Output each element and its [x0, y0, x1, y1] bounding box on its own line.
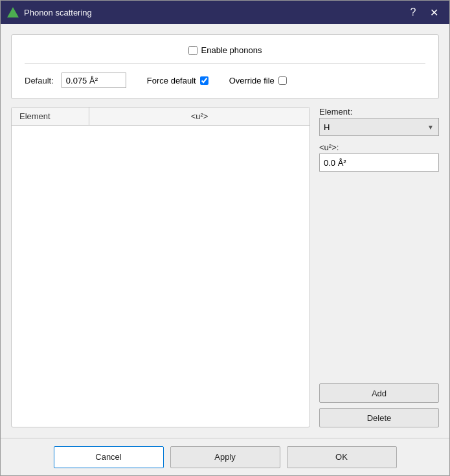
delete-button[interactable]: Delete	[319, 408, 439, 427]
table-header: Element <u²>	[12, 108, 309, 126]
u2-input[interactable]	[319, 153, 439, 172]
element-field-group: Element: H He Li Be B C N O	[319, 107, 439, 136]
close-button[interactable]: ✕	[425, 3, 443, 21]
apply-button[interactable]: Apply	[170, 446, 280, 468]
default-label: Default:	[25, 76, 54, 85]
help-button[interactable]: ?	[404, 3, 422, 21]
middle-section: Element <u²> Element: H He Li B	[11, 107, 439, 427]
top-section: Enable phonons Default: Force default Ov…	[11, 34, 439, 99]
window-title: Phonon scattering	[24, 8, 404, 17]
enable-phonons-row: Enable phonons	[25, 45, 425, 63]
content-area: Enable phonons Default: Force default Ov…	[1, 24, 449, 438]
enable-phonons-checkbox[interactable]	[188, 46, 197, 55]
enable-phonons-text: Enable phonons	[201, 45, 262, 55]
u2-field-group: <u²>:	[319, 142, 439, 172]
main-window: Phonon scattering ? ✕ Enable phonons Def…	[0, 0, 450, 476]
default-row: Default: Force default Override file	[25, 73, 425, 88]
force-default-label[interactable]: Force default	[147, 76, 208, 85]
u2-field-label: <u²>:	[319, 142, 439, 152]
element-field-label: Element:	[319, 107, 439, 117]
override-file-label[interactable]: Override file	[229, 76, 287, 85]
force-default-checkbox[interactable]	[200, 76, 208, 85]
app-icon	[7, 7, 19, 17]
default-input[interactable]	[62, 73, 126, 88]
element-select-wrapper: H He Li Be B C N O	[319, 118, 439, 136]
add-button[interactable]: Add	[319, 383, 439, 403]
enable-phonons-label[interactable]: Enable phonons	[188, 45, 262, 55]
col-element-header: Element	[12, 108, 89, 125]
titlebar: Phonon scattering ? ✕	[1, 1, 449, 24]
table-body[interactable]	[12, 126, 309, 427]
ok-button[interactable]: OK	[287, 446, 397, 468]
col-u2-header: <u²>	[89, 108, 309, 125]
override-file-checkbox[interactable]	[278, 76, 287, 85]
element-table: Element <u²>	[11, 107, 310, 427]
action-buttons: Add Delete	[319, 383, 439, 427]
right-panel: Element: H He Li Be B C N O	[319, 107, 439, 427]
force-default-text: Force default	[147, 76, 196, 85]
footer: Cancel Apply OK	[1, 438, 449, 475]
override-file-text: Override file	[229, 76, 275, 85]
element-select[interactable]: H He Li Be B C N O	[319, 118, 439, 136]
titlebar-buttons: ? ✕	[404, 3, 443, 21]
cancel-button[interactable]: Cancel	[54, 446, 164, 468]
